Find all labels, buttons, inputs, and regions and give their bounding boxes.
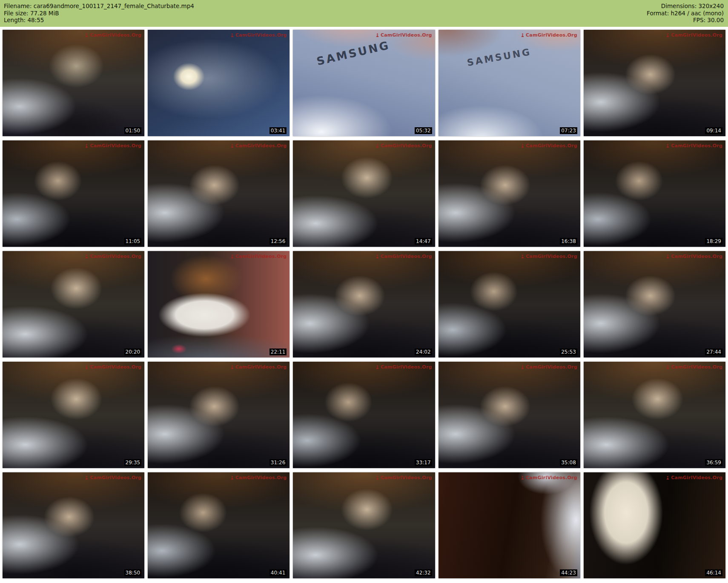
watermark-text: CamGirlVideos.Org — [90, 364, 141, 370]
watermark: CamGirlVideos.Org — [375, 32, 432, 38]
video-frame-placeholder: CamGirlVideos.Org 44:23 — [439, 472, 580, 579]
metadata-field-separator: : — [26, 10, 30, 17]
timestamp-badge: 01:50 — [124, 127, 142, 134]
watermark-text: CamGirlVideos.Org — [671, 143, 722, 149]
watermark-text: CamGirlVideos.Org — [90, 143, 141, 149]
watermark-text: CamGirlVideos.Org — [381, 254, 432, 259]
watermark-text: CamGirlVideos.Org — [235, 364, 287, 370]
metadata-field: Filename: cara69andmore_100117_2147_fema… — [4, 3, 194, 10]
video-frame-placeholder: CamGirlVideos.Org 03:41 — [148, 30, 289, 136]
timestamp-badge: 38:50 — [124, 569, 142, 576]
watermark: CamGirlVideos.Org — [375, 475, 432, 480]
metadata-field: Format: h264 / aac (mono) — [647, 10, 724, 17]
watermark-logo-icon — [666, 365, 670, 369]
watermark-logo-icon — [85, 144, 89, 148]
video-frame-placeholder: CamGirlVideos.Org 42:32 — [293, 472, 435, 579]
timestamp-badge: 36:59 — [705, 459, 722, 466]
metadata-field-value: 30.00 — [707, 17, 724, 23]
video-frame-placeholder: CamGirlVideos.Org 12:56 — [148, 140, 289, 247]
metadata-field: Dimensions: 320x240 — [661, 3, 724, 10]
watermark-logo-icon — [666, 33, 670, 37]
watermark-logo-icon — [85, 476, 89, 480]
metadata-field-value: 77.28 MiB — [30, 10, 59, 17]
watermark-text: CamGirlVideos.Org — [90, 254, 141, 259]
device-brand-text: SAMSUNG — [315, 39, 391, 68]
metadata-field-label: Dimensions — [661, 3, 695, 9]
timestamp-badge: 31:26 — [269, 459, 287, 466]
timestamp-badge: 09:14 — [705, 127, 722, 134]
watermark-text: CamGirlVideos.Org — [381, 475, 432, 480]
watermark-text: CamGirlVideos.Org — [381, 143, 432, 149]
video-frame-placeholder: CamGirlVideos.Org 14:47 — [293, 140, 435, 247]
metadata-field-label: Filename — [4, 3, 30, 9]
watermark-text: CamGirlVideos.Org — [526, 254, 577, 259]
timestamp-badge: 33:17 — [415, 459, 432, 466]
timestamp-badge: 24:02 — [415, 349, 432, 355]
watermark: CamGirlVideos.Org — [85, 143, 141, 149]
metadata-field: FPS: 30.00 — [693, 17, 724, 24]
timestamp-badge: 44:23 — [560, 569, 577, 576]
watermark-text: CamGirlVideos.Org — [90, 32, 141, 38]
watermark: CamGirlVideos.Org — [375, 364, 432, 370]
watermark-text: CamGirlVideos.Org — [235, 143, 287, 149]
video-frame-placeholder: CamGirlVideos.Org 29:35 — [3, 362, 144, 468]
watermark-text: CamGirlVideos.Org — [526, 32, 577, 38]
timestamp-badge: 16:38 — [560, 238, 577, 245]
metadata-field-value: 48:55 — [27, 17, 44, 23]
device-brand-text: SAMSUNG — [466, 46, 532, 68]
metadata-header: Filename: cara69andmore_100117_2147_fema… — [0, 0, 728, 27]
timestamp-badge: 46:14 — [705, 569, 722, 576]
watermark-logo-icon — [230, 33, 234, 37]
timestamp-badge: 05:32 — [415, 127, 432, 134]
watermark-logo-icon — [521, 144, 525, 148]
watermark: CamGirlVideos.Org — [666, 254, 722, 259]
watermark-logo-icon — [230, 476, 234, 480]
timestamp-badge: 18:29 — [705, 238, 722, 245]
watermark-logo-icon — [375, 365, 379, 369]
video-frame-placeholder: CamGirlVideos.Org 24:02 — [293, 251, 435, 357]
video-frame-placeholder: CamGirlVideos.Org 22:11 — [148, 251, 289, 357]
video-frame-placeholder: CamGirlVideos.Org 25:53 — [439, 251, 580, 357]
metadata-left-column: Filename: cara69andmore_100117_2147_fema… — [4, 3, 194, 24]
watermark: CamGirlVideos.Org — [521, 32, 577, 38]
watermark: CamGirlVideos.Org — [521, 143, 577, 149]
watermark-text: CamGirlVideos.Org — [526, 475, 577, 480]
watermark-logo-icon — [375, 476, 379, 480]
watermark-logo-icon — [666, 144, 670, 148]
timestamp-badge: 40:41 — [269, 569, 287, 576]
watermark-logo-icon — [230, 254, 234, 258]
watermark: CamGirlVideos.Org — [666, 143, 722, 149]
watermark-text: CamGirlVideos.Org — [526, 364, 577, 370]
metadata-field-label: FPS — [693, 17, 703, 23]
watermark-text: CamGirlVideos.Org — [381, 364, 432, 370]
metadata-field-value: cara69andmore_100117_2147_female_Chaturb… — [34, 3, 194, 9]
video-frame-placeholder: CamGirlVideos.Org 46:14 — [584, 472, 725, 579]
video-frame-placeholder: CamGirlVideos.Org 36:59 — [584, 362, 725, 468]
watermark: CamGirlVideos.Org — [375, 143, 432, 149]
timestamp-badge: 03:41 — [269, 127, 287, 134]
video-frame-placeholder: CamGirlVideos.Org 09:14 — [584, 30, 725, 136]
watermark: CamGirlVideos.Org — [666, 32, 722, 38]
watermark: CamGirlVideos.Org — [230, 32, 287, 38]
thumbnail-grid: CamGirlVideos.Org 01:50 CamGirlVideos.Or… — [0, 27, 728, 581]
video-frame-placeholder: CamGirlVideos.Org 31:26 — [148, 362, 289, 468]
metadata-field-value: 320x240 — [698, 3, 724, 9]
watermark-logo-icon — [666, 476, 670, 480]
watermark-text: CamGirlVideos.Org — [671, 254, 722, 259]
watermark: CamGirlVideos.Org — [666, 475, 722, 480]
metadata-field-label: File size — [4, 10, 26, 17]
watermark-logo-icon — [521, 365, 525, 369]
watermark-logo-icon — [521, 476, 525, 480]
watermark: CamGirlVideos.Org — [375, 254, 432, 259]
watermark: CamGirlVideos.Org — [666, 364, 722, 370]
timestamp-badge: 20:20 — [124, 349, 142, 355]
timestamp-badge: 25:53 — [560, 349, 577, 355]
metadata-field: Length: 48:55 — [4, 17, 194, 24]
watermark: CamGirlVideos.Org — [521, 364, 577, 370]
metadata-field-label: Length — [4, 17, 24, 23]
video-frame-placeholder: CamGirlVideos.Org 01:50 — [3, 30, 144, 136]
video-frame-placeholder: CamGirlVideos.Org 38:50 — [3, 472, 144, 579]
timestamp-badge: 07:23 — [560, 127, 577, 134]
video-frame-placeholder: CamGirlVideos.Org 11:05 — [3, 140, 144, 247]
watermark-logo-icon — [230, 365, 234, 369]
